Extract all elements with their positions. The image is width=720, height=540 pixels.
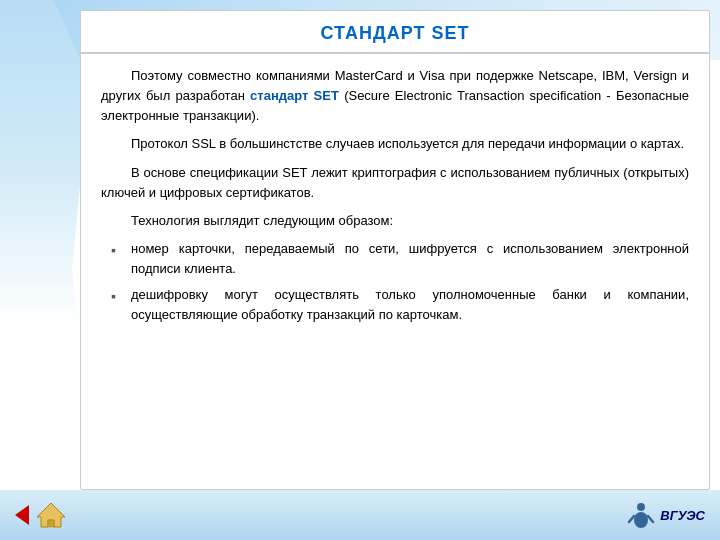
paragraph-3-text: В основе спецификации SET лежит криптогр… (101, 165, 689, 200)
list-item-2: ▪ дешифровку могут осуществлять только у… (111, 285, 689, 325)
logo-figure-icon (626, 500, 656, 530)
paragraph-2-text: Протокол SSL в большинстстве случаев исп… (131, 136, 684, 151)
paragraph-4: Технология выглядит следующим образом: (101, 211, 689, 231)
paragraph-3: В основе спецификации SET лежит криптогр… (101, 163, 689, 203)
bottom-bar: ВГУЭС (0, 490, 720, 540)
content-box: СТАНДАРТ SET Поэтому совместно компаниям… (80, 10, 710, 490)
title-bar: СТАНДАРТ SET (81, 11, 709, 54)
bullet-icon-1: ▪ (111, 240, 127, 262)
paragraph-4-text: Технология выглядит следующим образом: (131, 213, 393, 228)
bullet-icon-2: ▪ (111, 286, 127, 308)
background-left (0, 0, 90, 540)
nav-buttons (15, 499, 67, 531)
home-icon[interactable] (35, 499, 67, 531)
logo-text: ВГУЭС (660, 508, 705, 523)
svg-rect-1 (48, 520, 54, 527)
back-arrow-icon[interactable] (15, 505, 29, 525)
svg-line-4 (629, 516, 634, 522)
paragraph-1: Поэтому совместно компаниями MasterCard … (101, 66, 689, 126)
svg-line-5 (648, 516, 653, 522)
list-item-2-text: дешифровку могут осуществлять только упо… (131, 285, 689, 325)
svg-point-2 (637, 503, 645, 511)
paragraph-2: Протокол SSL в большинстстве случаев исп… (101, 134, 689, 154)
bullet-list: ▪ номер карточки, передаваемый по сети, … (101, 239, 689, 326)
svg-point-3 (634, 512, 648, 528)
list-item-1-text: номер карточки, передаваемый по сети, ши… (131, 239, 689, 279)
highlight-set: стандарт SET (250, 88, 339, 103)
logo-area: ВГУЭС (626, 500, 705, 530)
page-title: СТАНДАРТ SET (320, 23, 469, 43)
list-item-1: ▪ номер карточки, передаваемый по сети, … (111, 239, 689, 279)
body-content: Поэтому совместно компаниями MasterCard … (81, 54, 709, 342)
